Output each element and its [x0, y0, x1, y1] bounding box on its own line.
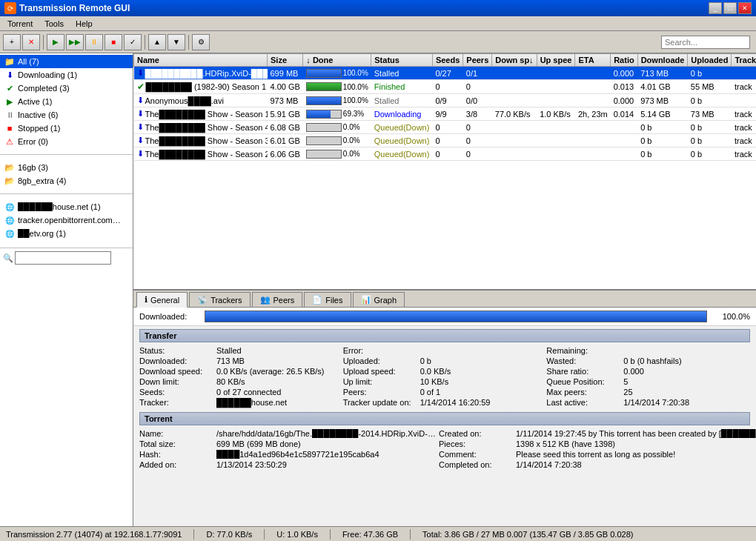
- col-peers[interactable]: Peers: [463, 54, 492, 67]
- maximize-button[interactable]: □: [723, 2, 737, 14]
- col-size[interactable]: Size: [268, 54, 303, 67]
- cell-size: 699 MB: [268, 67, 303, 80]
- table-row[interactable]: ⬇ The████████ Show - Season 4 6.08 GB 0.…: [134, 121, 757, 134]
- torrent-created-value: 1/11/2014 19:27:45 by This torrent has b…: [516, 429, 756, 438]
- table-row[interactable]: ⬇ Anonymous████.avi 973 MB 100.0% Stalle…: [134, 94, 757, 107]
- search-input[interactable]: [661, 36, 750, 49]
- downloaded-label: Downloaded:: [139, 356, 213, 365]
- toolbar-stop-all-button[interactable]: ■: [105, 34, 122, 50]
- cell-ratio: 0.013: [611, 80, 638, 94]
- tab-files[interactable]: 📄 Files: [304, 292, 351, 307]
- sidebar-tracker-2[interactable]: 🌐 tracker.openbittorrent.com (5: [0, 213, 133, 227]
- cell-seeds: 0/9: [432, 94, 462, 107]
- upload-speed-value: 0.0 KB/s: [420, 367, 451, 376]
- cell-name: ⬇ The████████ Show - Season 4: [134, 121, 268, 134]
- share-ratio-label: Share ratio:: [546, 367, 620, 376]
- tab-trackers[interactable]: 📡 Trackers: [189, 292, 250, 307]
- tab-general[interactable]: ℹ General: [136, 292, 188, 308]
- sidebar-item-8gb[interactable]: 📂 8gb_extra (4): [0, 174, 133, 187]
- tracker-label: Tracker:: [139, 398, 213, 407]
- torrent-grid: Name: /share/hdd/data/16gb/The.████████-…: [139, 428, 750, 470]
- toolbar-add-button[interactable]: +: [3, 34, 21, 50]
- menu-tools[interactable]: Tools: [40, 18, 68, 30]
- toolbar-down-button[interactable]: ▼: [168, 34, 185, 50]
- torrent-size-value: 699 MB (699 MB done): [216, 439, 301, 448]
- sidebar-item-downloading-label: Downloading (1): [18, 70, 77, 79]
- table-row[interactable]: ✔ ████████ (1982-90) Season 1 4.00 GB 10…: [134, 80, 757, 94]
- sidebar-item-16gb[interactable]: 📂 16gb (3): [0, 161, 133, 174]
- cell-ratio: [611, 134, 638, 147]
- toolbar-start-button[interactable]: ▶: [47, 34, 64, 50]
- transfer-col-2: Error: Uploaded: 0 b Upload speed: 0.0 K…: [343, 345, 547, 408]
- table-row[interactable]: ⬇ The████████ Show - Season 1 5.91 GB 69…: [134, 107, 757, 121]
- col-name[interactable]: Name: [134, 54, 268, 67]
- cell-down-speed: [492, 134, 537, 147]
- tab-peers[interactable]: 👥 Peers: [252, 292, 303, 307]
- cell-downloaded: 0 b: [637, 121, 688, 134]
- tab-graph-label: Graph: [374, 296, 397, 305]
- col-status[interactable]: Status: [371, 54, 433, 67]
- tab-graph[interactable]: 📊 Graph: [353, 292, 405, 307]
- menu-help[interactable]: Help: [71, 18, 97, 30]
- transfer-grid: Status: Stalled Downloaded: 713 MB Downl…: [139, 345, 750, 408]
- last-active-label: Last active:: [546, 398, 620, 407]
- col-downloaded[interactable]: Downloade: [637, 54, 688, 67]
- torrent-pieces-label: Pieces:: [439, 439, 513, 448]
- sidebar-tracker-1[interactable]: 🌐 ██████house.net (1): [0, 200, 133, 213]
- table-row[interactable]: ⬇ The████████ Show - Season 2 6.06 GB 0.…: [134, 147, 757, 161]
- col-seeds[interactable]: Seeds: [432, 54, 462, 67]
- toolbar-remove-button[interactable]: ✕: [22, 34, 40, 50]
- cell-ratio: [611, 121, 638, 134]
- minimize-button[interactable]: _: [709, 2, 722, 14]
- torrent-completed-row: Completed on: 1/14/2014 7:20:38: [439, 459, 756, 470]
- tracker-icon-1: 🌐: [4, 202, 15, 212]
- statusbar-sep-3: [330, 529, 331, 540]
- last-active-row: Last active: 1/14/2014 7:20:38: [546, 397, 750, 408]
- table-row[interactable]: ⬇ ██████████.HDRip.XviD-███ 699 MB 100.0…: [134, 67, 757, 80]
- col-down-speed[interactable]: Down sp↓: [492, 54, 537, 67]
- up-limit-row: Up limit: 10 KB/s: [343, 376, 547, 387]
- col-uploaded[interactable]: Uploaded: [688, 54, 732, 67]
- sidebar-item-all[interactable]: 📁 All (7): [0, 55, 133, 68]
- sidebar-item-active[interactable]: ▶ Active (1): [0, 95, 133, 108]
- cell-name: ✔ ████████ (1982-90) Season 1: [134, 80, 268, 94]
- sidebar-search-input[interactable]: [15, 251, 111, 265]
- col-eta[interactable]: ETA: [575, 54, 611, 67]
- torrent-col-2: Created on: 1/11/2014 19:27:45 by This t…: [439, 428, 756, 470]
- cell-uploaded: 0 b: [688, 67, 732, 80]
- torrent-hash-row: Hash: ████1d4a1ed96b4e1c5897721e195cab6a…: [139, 449, 439, 459]
- sidebar-tracker-3[interactable]: 🌐 ██etv.org (1): [0, 227, 133, 240]
- cell-seeds: 9/9: [432, 107, 462, 121]
- col-ratio[interactable]: Ratio: [611, 54, 638, 67]
- col-tracker[interactable]: Track: [732, 54, 756, 67]
- toolbar-settings-button[interactable]: ⚙: [192, 34, 210, 50]
- remaining-label: Remaining:: [546, 346, 620, 355]
- down-limit-value: 80 KB/s: [216, 377, 245, 386]
- cell-ratio: 0.000: [611, 94, 638, 107]
- cell-name: ⬇ The████████ Show - Season 3: [134, 134, 268, 147]
- cell-down-speed: [492, 94, 537, 107]
- torrent-table-container[interactable]: Name Size ↓ Done Status Seeds Peers Down…: [133, 53, 756, 289]
- downloaded-row: Downloaded: 713 MB: [139, 356, 343, 366]
- toolbar-verify-button[interactable]: ✓: [124, 34, 142, 50]
- table-row[interactable]: ⬇ The████████ Show - Season 3 6.01 GB 0.…: [134, 134, 757, 147]
- statusbar-up-speed: U: 1.0 KB/s: [276, 530, 318, 539]
- close-button[interactable]: ✕: [738, 2, 752, 14]
- statusbar-sep-2: [264, 529, 265, 540]
- sidebar-item-downloading[interactable]: ⬇ Downloading (1): [0, 68, 133, 82]
- upload-speed-label: Upload speed:: [343, 367, 417, 376]
- cell-peers: 0: [463, 121, 492, 134]
- col-up-speed[interactable]: Up spee: [537, 54, 575, 67]
- tracker-update-value: 1/14/2014 16:20:59: [420, 398, 491, 407]
- sidebar-item-inactive[interactable]: ⏸ Inactive (6): [0, 108, 133, 122]
- sidebar-item-completed[interactable]: ✔ Completed (3): [0, 82, 133, 95]
- col-done[interactable]: ↓ Done: [303, 54, 371, 67]
- sidebar-item-stopped[interactable]: ■ Stopped (1): [0, 122, 133, 135]
- error-label: Error:: [343, 346, 417, 355]
- toolbar-start-all-button[interactable]: ▶▶: [66, 34, 84, 50]
- menu-torrent[interactable]: Torrent: [3, 18, 37, 30]
- sidebar-item-error[interactable]: ⚠ Error (0): [0, 135, 133, 148]
- toolbar-pause-button[interactable]: ⏸: [85, 34, 103, 50]
- toolbar-up-button[interactable]: ▲: [148, 34, 166, 50]
- cell-tracker: track: [732, 121, 756, 134]
